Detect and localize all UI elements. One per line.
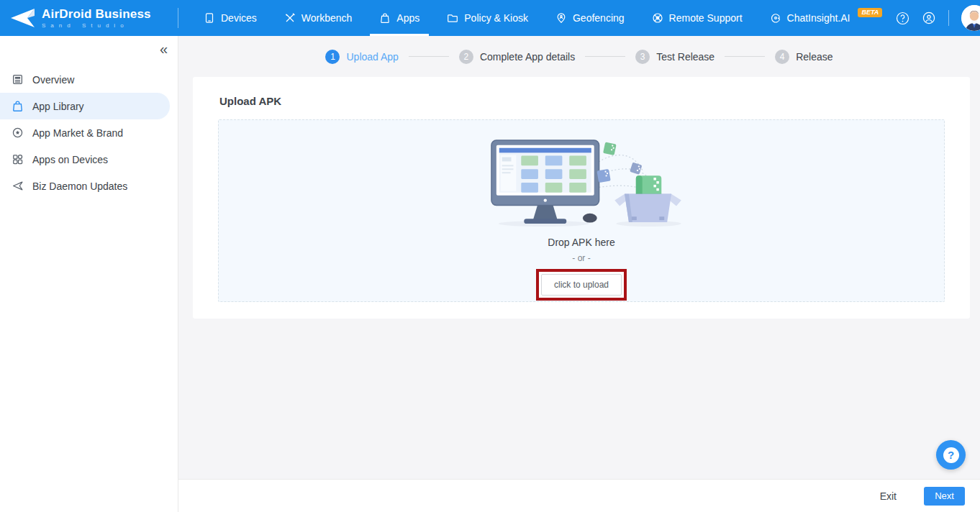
exit-button[interactable]: Exit (880, 490, 897, 502)
sidebar-collapse-button[interactable]: « (160, 42, 168, 56)
annotation-highlight-box: click to upload (536, 269, 627, 301)
logo-subtitle: Sand Studio (42, 22, 151, 29)
drop-apk-text: Drop APK here (548, 237, 614, 248)
sidebar-item-app-library[interactable]: App Library (0, 93, 170, 119)
content-spacer (178, 319, 980, 479)
wizard-stepper: 1 Upload App 2 Complete App details 3 Te… (178, 36, 980, 77)
nav-tab-workbench[interactable]: Workbench (271, 0, 366, 36)
step-complete-app-details: 2 Complete App details (459, 50, 575, 64)
apk-dropzone[interactable]: Drop APK here - or - click to upload (218, 119, 945, 302)
tools-icon (284, 12, 296, 24)
help-icon[interactable] (896, 12, 909, 25)
sidebar: « Overview App Library (0, 36, 178, 512)
chat-target-icon (770, 12, 781, 24)
top-nav-bar: AirDroid Business Sand Studio Devices Wo… (0, 0, 980, 36)
sidebar-item-overview[interactable]: Overview (0, 66, 178, 93)
airdroid-logo-icon (9, 7, 36, 29)
header-right-actions (896, 0, 980, 36)
step-upload-app: 1 Upload App (325, 50, 398, 64)
step-label: Test Release (656, 51, 714, 63)
location-pin-icon (555, 12, 567, 24)
step-number: 1 (325, 50, 340, 64)
step-connector (585, 56, 625, 57)
next-button[interactable]: Next (924, 487, 965, 506)
nav-tab-apps[interactable]: Apps (366, 0, 433, 36)
sidebar-item-app-market-brand[interactable]: App Market & Brand (0, 119, 178, 146)
nav-tab-devices[interactable]: Devices (190, 0, 271, 36)
shopping-bag-icon (12, 100, 24, 112)
nav-tab-label: Workbench (301, 12, 353, 24)
sidebar-item-label: App Market & Brand (32, 127, 123, 139)
beta-badge: BETA (858, 8, 882, 17)
upload-apk-card: Upload APK (193, 77, 970, 319)
step-label: Upload App (346, 51, 398, 63)
header-divider (948, 10, 949, 26)
step-label: Release (796, 51, 832, 63)
or-text: - or - (572, 253, 590, 263)
nav-tab-label: Policy & Kiosk (464, 12, 528, 24)
sidebar-item-label: App Library (32, 101, 84, 112)
step-label: Complete App details (480, 51, 575, 63)
nav-tab-label: Remote Support (669, 12, 743, 24)
sidebar-item-label: Overview (32, 74, 74, 86)
step-number: 2 (459, 50, 473, 64)
grid-icon (12, 153, 24, 165)
shopping-bag-icon (379, 12, 391, 24)
step-number: 3 (635, 50, 650, 64)
account-menu[interactable] (961, 5, 980, 31)
nav-tab-label: Devices (221, 12, 257, 24)
question-icon: ? (943, 447, 959, 463)
card-title: Upload APK (193, 77, 970, 119)
nav-tab-label: Apps (396, 12, 419, 24)
sidebar-item-label: Apps on Devices (32, 154, 108, 165)
step-connector (409, 56, 449, 57)
click-to-upload-button[interactable]: click to upload (541, 274, 622, 296)
document-icon (12, 73, 24, 86)
step-connector (725, 56, 765, 57)
main-content: 1 Upload App 2 Complete App details 3 Te… (178, 36, 980, 512)
step-number: 4 (775, 50, 789, 64)
nav-tab-label: ChatInsight.AI (787, 12, 850, 24)
tablet-icon (204, 12, 215, 24)
sidebar-item-label: Biz Daemon Updates (32, 180, 127, 192)
nav-tab-policy-kiosk[interactable]: Policy & Kiosk (433, 0, 542, 36)
logo-title: AirDroid Business (42, 7, 151, 22)
step-test-release: 3 Test Release (635, 50, 714, 64)
support-agent-icon[interactable] (922, 11, 936, 25)
avatar (961, 5, 980, 31)
star-circle-icon (12, 127, 24, 139)
folder-icon (447, 12, 458, 24)
paper-plane-icon (12, 180, 24, 192)
lifebuoy-icon (652, 12, 663, 24)
nav-tab-label: Geofencing (573, 12, 625, 24)
nav-tab-remote-support[interactable]: Remote Support (638, 0, 756, 36)
upload-illustration (478, 136, 684, 228)
step-release: 4 Release (775, 50, 832, 64)
sidebar-item-apps-on-devices[interactable]: Apps on Devices (0, 146, 178, 173)
nav-tab-chatinsight[interactable]: ChatInsight.AI BETA (756, 0, 897, 36)
wizard-footer: Exit Next (178, 479, 980, 512)
help-fab[interactable]: ? (936, 440, 966, 470)
logo[interactable]: AirDroid Business Sand Studio (0, 0, 178, 36)
nav-tab-geofencing[interactable]: Geofencing (542, 0, 638, 36)
sidebar-item-biz-daemon-updates[interactable]: Biz Daemon Updates (0, 173, 178, 199)
main-nav: Devices Workbench Apps Policy & Kiosk (190, 0, 896, 36)
